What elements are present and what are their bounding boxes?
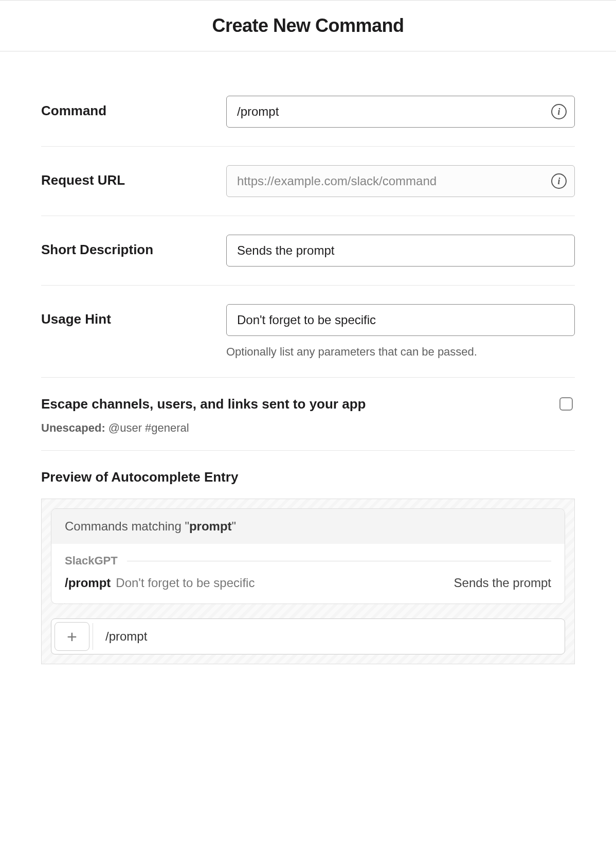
autocomplete-body: SlackGPT /prompt Don't forget to be spec…: [51, 544, 565, 604]
message-input-text[interactable]: /prompt: [93, 619, 565, 654]
request-url-input[interactable]: [226, 165, 575, 197]
plus-icon[interactable]: +: [55, 622, 89, 651]
autocomplete-command-row[interactable]: /prompt Don't forget to be specific Send…: [65, 576, 551, 590]
short-description-input[interactable]: [226, 235, 575, 267]
modal-body: Command Request URL Short Description: [0, 77, 616, 695]
autocomplete-query: prompt: [189, 519, 232, 533]
usage-hint-label: Usage Hint: [41, 304, 226, 327]
escape-section: Escape channels, users, and links sent t…: [41, 377, 575, 450]
command-input[interactable]: [226, 96, 575, 128]
command-section: Command: [41, 77, 575, 146]
escape-label: Escape channels, users, and links sent t…: [41, 396, 575, 412]
usage-hint-section: Usage Hint Optionally list any parameter…: [41, 285, 575, 377]
escape-sub-label: Unescaped:: [41, 421, 105, 434]
preview-title: Preview of Autocomplete Entry: [41, 469, 575, 485]
info-icon[interactable]: [551, 173, 567, 189]
escape-sub: Unescaped: @user #general: [41, 421, 575, 435]
preview-section: Preview of Autocomplete Entry Commands m…: [41, 450, 575, 695]
autocomplete-card: Commands matching "prompt" SlackGPT /pro…: [51, 508, 565, 604]
autocomplete-description: Sends the prompt: [454, 576, 551, 590]
usage-hint-input[interactable]: [226, 304, 575, 336]
divider: [127, 561, 551, 561]
autocomplete-header: Commands matching "prompt": [51, 509, 565, 544]
autocomplete-command: /prompt: [65, 576, 111, 590]
preview-area: Commands matching "prompt" SlackGPT /pro…: [41, 499, 575, 664]
modal-header: Create New Command: [0, 0, 616, 51]
escape-checkbox[interactable]: [559, 397, 573, 411]
autocomplete-app-name: SlackGPT: [65, 554, 118, 568]
request-url-section: Request URL: [41, 146, 575, 216]
usage-hint-helper: Optionally list any parameters that can …: [226, 345, 575, 359]
info-icon[interactable]: [551, 104, 567, 119]
short-description-section: Short Description: [41, 216, 575, 285]
escape-sub-value: @user #general: [105, 421, 189, 434]
message-input-preview: + /prompt: [51, 618, 565, 654]
request-url-label: Request URL: [41, 165, 226, 188]
page-title: Create New Command: [0, 15, 616, 37]
autocomplete-hint: Don't forget to be specific: [116, 576, 255, 590]
command-label: Command: [41, 96, 226, 119]
short-description-label: Short Description: [41, 235, 226, 258]
